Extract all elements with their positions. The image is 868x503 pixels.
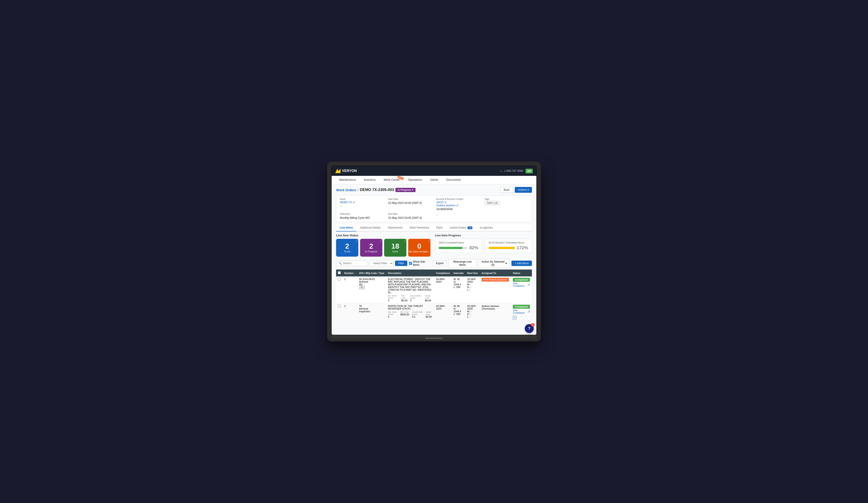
th-intervals: Intervals	[452, 269, 465, 276]
work-order-title: DEMO 7X-2305-003	[360, 188, 394, 192]
info-icon: ℹ	[341, 205, 342, 207]
work-orders-link[interactable]: Work Orders	[336, 188, 356, 192]
show-sub-items-checkbox[interactable]	[409, 262, 412, 265]
contact-link[interactable]: Andrea Jackson 🔗	[436, 204, 480, 207]
filter-button[interactable]: Filter	[395, 260, 407, 266]
logo: VERYON	[335, 169, 357, 173]
top-bar: VERYON 📞 1-800-747-4560 XP	[332, 166, 536, 176]
th-description: Description	[386, 269, 434, 276]
user-badge[interactable]: XP	[526, 169, 533, 173]
status-card-inprogress[interactable]: ℹ 2 In Progress	[360, 239, 382, 257]
inprogress-label: In Progress	[365, 250, 378, 253]
external-link-icon: 🔗	[456, 204, 458, 207]
done-info-icon: ℹ	[404, 240, 405, 243]
items-progress-bar-bg	[439, 247, 468, 249]
tab-parts[interactable]: Parts	[433, 224, 446, 232]
nav-workcenter[interactable]: Work Center BETA	[380, 176, 404, 184]
start-date-field: Start Date 01-May-2023 04:00 (GMT-4)	[388, 198, 432, 211]
todo-count: 2	[345, 243, 349, 250]
row2-checkbox	[336, 304, 342, 321]
hours-progress-bar-fill	[488, 247, 515, 249]
logo-icon	[335, 169, 341, 173]
external-link-icon: 🔗	[444, 201, 446, 203]
export-button[interactable]: Export	[433, 260, 446, 266]
th-checkbox	[336, 269, 342, 276]
row2-compliance: 02-MAY-2023	[434, 304, 452, 321]
done-count: 18	[391, 243, 399, 250]
row1-intervals: M: 28 H: 1044.4 L: 556	[452, 276, 465, 304]
expand-icon[interactable]: +	[513, 316, 516, 319]
items-progress-title: 18/22 Completed Items	[439, 241, 478, 244]
status-completed-badge: Completed	[513, 278, 530, 282]
th-ata: ATA / Mfg Code / Type	[357, 269, 386, 276]
top-right: 📞 1-800-747-4560 XP	[500, 169, 533, 173]
view-compliance-link[interactable]: View Compliance 🔗	[513, 282, 530, 287]
nav-documents[interactable]: Documents	[442, 176, 465, 184]
chevron-down-icon: ▾	[505, 262, 507, 265]
ad-badge: AD	[359, 286, 365, 289]
tags-field: Tags PART-135	[485, 198, 528, 211]
status-card-done[interactable]: ℹ 18 Done	[384, 239, 406, 257]
items-progress-bar-fill	[439, 247, 463, 249]
table-row: 1 99 2016-08-01 Airframe AD AD ELECTRICA…	[336, 276, 532, 304]
account-link[interactable]: JACO 🔗	[436, 201, 480, 204]
nav-maintenance[interactable]: Maintenance	[335, 176, 360, 184]
rearrange-button[interactable]: Rearrange Line Items	[448, 259, 476, 268]
hours-progress-card: 29.25 Actual/17 Estimated Hours 172%	[485, 239, 532, 253]
tab-additional-details[interactable]: Additional Details	[356, 224, 384, 232]
nav-admin[interactable]: Admin	[426, 176, 442, 184]
placeholder-field: -	[436, 213, 480, 220]
end-date-field: End Date 31-May-2023 04:00 (GMT-4)	[388, 213, 432, 220]
search-box: 🔍	[336, 260, 368, 266]
done-label: Done	[392, 250, 398, 253]
open-info-icon: ℹ	[428, 240, 429, 243]
status-card-open[interactable]: ℹ 0 My Open Assigne...	[408, 239, 431, 257]
laptop-base	[331, 335, 537, 341]
phone-badge: 📞 1-800-747-4560	[500, 170, 523, 173]
account-phone: 16188303548	[436, 208, 453, 211]
inprogress-info-icon: ℹ	[380, 240, 381, 243]
back-button[interactable]: Back	[500, 187, 513, 193]
asset-link[interactable]: DEMO 7X 🔗	[340, 201, 384, 204]
row2-assigned-to: Andrea Jackson (Technician)	[480, 304, 511, 321]
help-button[interactable]: 6 ?	[525, 324, 534, 333]
action-selected-button[interactable]: Action On Selected (0) ▾	[478, 259, 510, 268]
items-progress-pct: 82%	[469, 245, 478, 250]
row1-description: ELECTRICAL POWER - DEPLOY THE RAT, REPLA…	[386, 276, 434, 304]
tab-attachments[interactable]: Attachments	[384, 224, 406, 232]
nav-operations[interactable]: Operations	[404, 176, 426, 184]
hours-progress-bar-bg	[488, 247, 515, 249]
tab-line-items[interactable]: Line Items	[336, 224, 356, 232]
select-all-checkbox[interactable]	[338, 271, 341, 274]
page-content: Work Orders / DEMO 7X-2305-003 In Progre…	[332, 184, 536, 324]
status-badge[interactable]: In Progress ▾	[395, 188, 416, 192]
beta-badge: BETA	[397, 176, 404, 180]
tab-work-performed[interactable]: Work Performed	[406, 224, 433, 232]
view-compliance-link-2[interactable]: View Compliance 🔗	[513, 309, 530, 314]
status-completed-badge-2: Completed	[513, 305, 530, 309]
breadcrumb: Work Orders / DEMO 7X-2305-003 In Progre…	[336, 188, 415, 192]
nav-inventory[interactable]: Inventory	[360, 176, 380, 184]
th-number: Number ↑	[342, 269, 357, 276]
start-date-value: 01-May-2023 04:00 (GMT-4)	[388, 202, 422, 205]
linked-orders-badge: 19	[467, 226, 473, 229]
row1-ata: 99 2016-08-01 Airframe AD AD	[357, 276, 386, 304]
hours-progress-pct: 172%	[517, 245, 528, 250]
show-sub-items-label[interactable]: Show Sub Items	[409, 260, 430, 266]
add-items-button[interactable]: + Add Items	[512, 260, 532, 266]
tab-elogbooks[interactable]: eLogbooks	[476, 224, 496, 232]
breadcrumb-row: Work Orders / DEMO 7X-2305-003 In Progre…	[336, 187, 532, 193]
tab-linked-orders[interactable]: Linked Orders 19	[446, 224, 476, 232]
hours-progress-title: 29.25 Actual/17 Estimated Hours	[488, 241, 528, 244]
account-field: Account & Account Contact JACO 🔗 Andrea …	[436, 198, 480, 211]
chevron-down-icon: ▾	[527, 188, 529, 192]
row2-intervals: M: 96 H: 1044.4 L: 556	[452, 304, 465, 321]
asset-field: Asset DEMO 7X 🔗 ℹ	[340, 198, 384, 211]
table-header-row: Number ↑ ATA / Mfg Code / Type Descripti…	[336, 269, 532, 276]
row2-status: Completed View Compliance 🔗 +	[511, 304, 532, 321]
status-card-todo[interactable]: ℹ 2 To Do	[336, 239, 358, 257]
actions-button[interactable]: Actions ▾	[515, 187, 532, 193]
filter-select[interactable]: Select Filter	[370, 260, 393, 266]
line-item-status-row: Line Item Status ℹ 2 To Do ℹ 2 In Progre…	[336, 234, 532, 257]
search-input[interactable]	[343, 262, 365, 265]
